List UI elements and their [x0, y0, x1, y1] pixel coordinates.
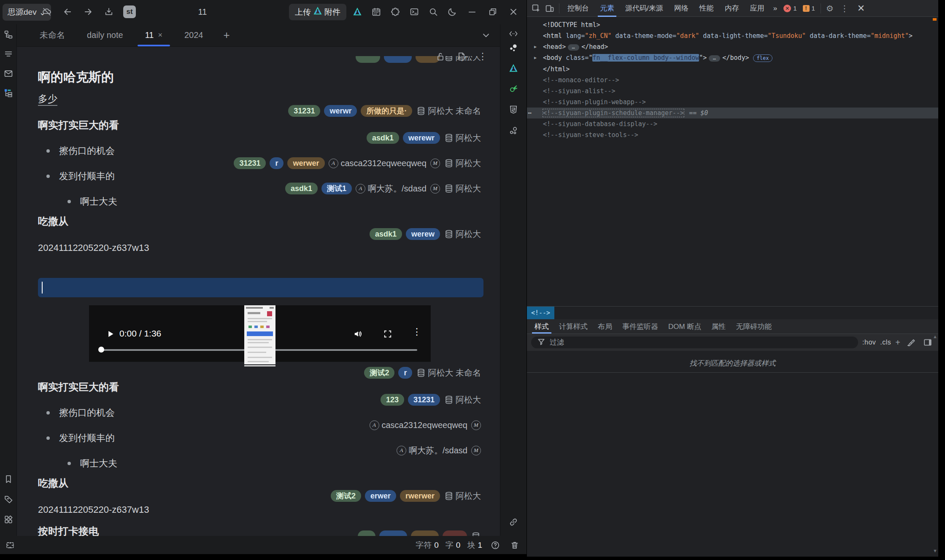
- window-close-button[interactable]: [506, 5, 521, 18]
- attribute-chip[interactable]: Acasca2312eqweeqweq: [370, 420, 468, 430]
- dock-link-button[interactable]: [506, 515, 521, 529]
- breadcrumb-comment-node[interactable]: <!-->: [527, 307, 554, 319]
- dock-graph-dots-button[interactable]: [506, 41, 521, 55]
- database-chip[interactable]: [471, 531, 481, 536]
- titlebar-arrow-left-button[interactable]: [61, 5, 74, 18]
- list-item-block[interactable]: 啊士大夫: [38, 457, 483, 470]
- devtools-more-tabs-button[interactable]: »: [770, 4, 780, 13]
- statusbar-trash-button[interactable]: [508, 539, 521, 552]
- dom-tree-node[interactable]: ▶<head>…</head>: [527, 41, 938, 52]
- dom-tree-node[interactable]: ⋯<!--siyuan-plugin-schedule-manager-->==…: [527, 108, 938, 118]
- expand-arrow-icon[interactable]: ▶: [534, 41, 537, 52]
- devtools-menu-button[interactable]: ⋮: [836, 3, 853, 13]
- dom-tree-node[interactable]: </html>: [527, 64, 938, 75]
- dock-float-button[interactable]: [4, 539, 16, 552]
- titlebar-search-button[interactable]: [427, 5, 440, 18]
- block-ref[interactable]: 多少: [38, 92, 483, 105]
- scroll-up-arrow[interactable]: ▲: [933, 334, 937, 339]
- dock-html5-button[interactable]: [506, 102, 521, 117]
- list-item-block[interactable]: 擦伤口的机会: [38, 407, 483, 419]
- subheading-block[interactable]: 按时打卡接电: [38, 525, 99, 536]
- st-plugin-badge[interactable]: st: [123, 5, 136, 18]
- database-chip[interactable]: 阿松大: [444, 158, 481, 169]
- titlebar-cloud-off-button[interactable]: [40, 5, 53, 18]
- flex-badge[interactable]: flex: [753, 54, 773, 62]
- memo-badge[interactable]: M: [471, 420, 481, 430]
- video-fullscreen-button[interactable]: [381, 328, 394, 340]
- editor-kebab-button[interactable]: ⋮: [476, 50, 489, 63]
- styles-tab-事件监听器[interactable]: 事件监听器: [617, 319, 663, 334]
- dock-share-button[interactable]: [506, 124, 521, 138]
- database-chip[interactable]: 阿松大: [444, 394, 481, 406]
- video-progress-handle[interactable]: [98, 347, 104, 353]
- new-tab-button[interactable]: +: [214, 24, 239, 46]
- dom-tree-node[interactable]: <html lang="zh_CN" data-theme-mode="dark…: [527, 30, 938, 41]
- titlebar-moon-button[interactable]: [446, 5, 459, 18]
- dom-tree-node[interactable]: <!--monaco-editor-->: [527, 75, 938, 86]
- window-restore-button[interactable]: [486, 5, 500, 18]
- tag-pill[interactable]: werew: [406, 228, 440, 240]
- styles-tab-样式[interactable]: 样式: [529, 319, 554, 334]
- tag-pill[interactable]: 31231: [288, 105, 320, 117]
- node-menu-dots-icon[interactable]: ⋯: [528, 108, 531, 118]
- tag-pill[interactable]: 测试2: [331, 490, 361, 502]
- memo-badge[interactable]: M: [471, 446, 481, 455]
- database-chip[interactable]: 阿松大 未命名: [416, 367, 481, 379]
- dock-whistle-button[interactable]: [506, 81, 521, 96]
- tag-pill[interactable]: 测试2: [364, 367, 394, 379]
- expand-inline-button[interactable]: …: [709, 55, 720, 62]
- tag-pill[interactable]: [443, 530, 467, 536]
- toggle-class-editor[interactable]: .cls: [880, 339, 891, 346]
- upload-attachment-button[interactable]: 上传 附件: [289, 4, 346, 20]
- dock-mail-button[interactable]: [1, 66, 16, 81]
- dock-alist-button[interactable]: [506, 61, 521, 75]
- tag-pill[interactable]: asdk1: [285, 183, 318, 194]
- window-minimize-button[interactable]: [465, 5, 479, 18]
- styles-tab-无障碍功能[interactable]: 无障碍功能: [731, 319, 777, 334]
- tag-pill[interactable]: 测试1: [321, 183, 352, 194]
- devtools-tab-应用[interactable]: 应用: [745, 0, 770, 17]
- dom-tree-node[interactable]: <!--siyuan-plugin-webapp-->: [527, 97, 938, 108]
- dock-file-tree-button[interactable]: [1, 27, 16, 42]
- dock-outline-button[interactable]: [1, 47, 16, 61]
- expand-inline-button[interactable]: …: [568, 44, 579, 51]
- database-chip[interactable]: 阿松大: [444, 183, 481, 194]
- heading-block[interactable]: 啊的哈克斯的: [38, 69, 483, 86]
- tab-overflow-button[interactable]: [480, 29, 492, 42]
- tag-pill[interactable]: [358, 530, 375, 536]
- video-play-button[interactable]: [104, 328, 117, 340]
- devtools-tab-网络[interactable]: 网络: [669, 0, 694, 17]
- tag-pill[interactable]: r: [270, 157, 284, 169]
- titlebar-export-button[interactable]: [103, 5, 115, 18]
- tab-未命名[interactable]: 未命名: [29, 24, 76, 46]
- devtools-tab-元素[interactable]: 元素: [594, 0, 620, 17]
- list-item-block[interactable]: 啊士大夫: [38, 195, 483, 208]
- tag-pill[interactable]: asdk1: [370, 228, 402, 240]
- attribute-chip[interactable]: Acasca2312eqweeqweq: [329, 159, 427, 168]
- tag-pill[interactable]: 31231: [234, 157, 266, 169]
- devtools-tab-性能[interactable]: 性能: [694, 0, 719, 17]
- video-player[interactable]: 0:00 / 1:36⋮: [89, 305, 431, 362]
- memo-badge[interactable]: M: [430, 159, 440, 168]
- attribute-chip[interactable]: A啊大苏。/sdasd: [397, 445, 467, 456]
- video-more-button[interactable]: ⋮: [412, 326, 421, 337]
- dom-tree-node[interactable]: <!--siyuan-alist-->: [527, 86, 938, 97]
- dock-schedule-button[interactable]: [1, 86, 16, 100]
- devtools-tab-控制台[interactable]: 控制台: [562, 0, 594, 17]
- devtools-close-button[interactable]: ✕: [853, 3, 869, 14]
- tag-pill[interactable]: 123: [381, 394, 404, 406]
- new-style-rule-button[interactable]: +: [895, 338, 900, 347]
- devtools-inspect-button[interactable]: [529, 2, 543, 15]
- tag-pill[interactable]: werwer: [287, 157, 324, 169]
- tag-pill[interactable]: rwerwer: [400, 490, 440, 502]
- tag-pill[interactable]: [384, 56, 412, 63]
- devtools-tab-内存[interactable]: 内存: [719, 0, 745, 17]
- tab-11[interactable]: 11×: [134, 24, 173, 46]
- database-chip[interactable]: 阿松大: [444, 229, 481, 240]
- styles-tab-计算样式[interactable]: 计算样式: [554, 319, 593, 334]
- scroll-down-arrow[interactable]: ▼: [933, 548, 937, 553]
- dom-tree-node[interactable]: <!--siyuan-steve-tools-->: [527, 129, 938, 140]
- database-chip[interactable]: 阿松大 未命名: [416, 105, 481, 117]
- list-item-block[interactable]: 擦伤口的机会: [38, 145, 483, 157]
- dom-tree-node[interactable]: ▶<body class="fn__flex-column body--wind…: [527, 52, 938, 64]
